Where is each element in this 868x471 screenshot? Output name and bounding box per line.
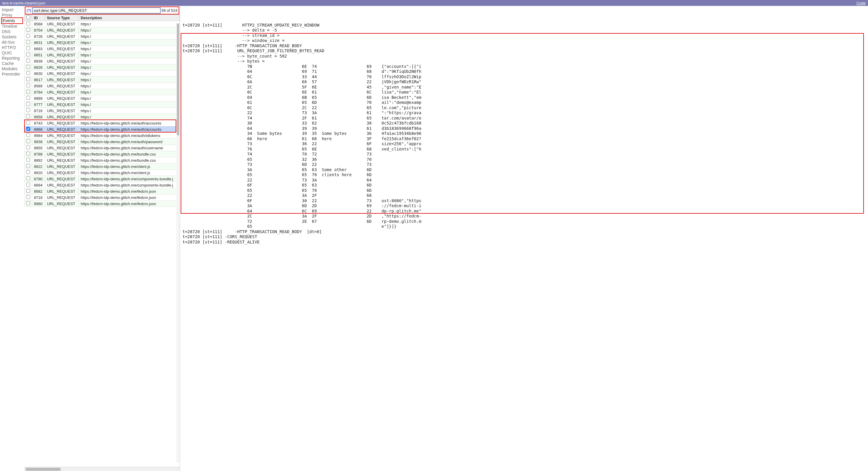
- row-checkbox[interactable]: [26, 121, 30, 125]
- row-checkbox[interactable]: [26, 152, 30, 156]
- table-row[interactable]: 8851URL_REQUESThttps:/: [25, 52, 180, 58]
- table-row[interactable]: 8743URL_REQUESThttps://fedcm-idp-demo.gl…: [25, 120, 180, 126]
- row-checkbox[interactable]: [26, 96, 30, 100]
- table-row[interactable]: 8926URL_REQUESThttps:/: [25, 64, 180, 70]
- table-row[interactable]: 8631URL_REQUESThttps:/: [25, 39, 180, 46]
- select-all-checkbox[interactable]: [26, 15, 30, 19]
- events-table-wrap[interactable]: IDSource TypeDescription 8568URL_REQUEST…: [24, 14, 180, 467]
- row-checkbox[interactable]: [26, 177, 30, 180]
- row-checkbox[interactable]: [26, 201, 30, 205]
- sidebar-item-events[interactable]: Events: [1, 18, 23, 24]
- table-row[interactable]: 8589URL_REQUESThttps:/: [25, 83, 180, 89]
- sidebar-item-import[interactable]: Import: [2, 7, 23, 12]
- event-detail-panel[interactable]: t=28720 [st=111] HTTP2_STREAM_UPDATE_REC…: [180, 6, 868, 471]
- row-checkbox[interactable]: [26, 40, 30, 44]
- filename-label: test-4-cache-cleared.json: [2, 1, 45, 5]
- row-checkbox[interactable]: [26, 108, 30, 112]
- table-row[interactable]: 8790URL_REQUESThttps://fedcm-idp-demo.gl…: [25, 176, 180, 182]
- table-row[interactable]: 8788URL_REQUESThttps://fedcm-idp-demo.gl…: [25, 151, 180, 157]
- table-row[interactable]: 8893URL_REQUESThttps:/: [25, 46, 180, 52]
- sidebar-item-dns[interactable]: DNS: [2, 29, 23, 34]
- events-table: IDSource TypeDescription 8568URL_REQUEST…: [24, 14, 180, 207]
- filter-count: 56 of 524: [161, 8, 178, 13]
- table-row[interactable]: 8716URL_REQUESThttps:/: [25, 108, 180, 114]
- table-row[interactable]: 8894URL_REQUESThttps://fedcm-idp-demo.gl…: [25, 182, 180, 188]
- filter-bar: (?) 56 of 524: [25, 6, 179, 14]
- table-row[interactable]: 8754URL_REQUESThttps:/: [25, 27, 180, 33]
- row-checkbox[interactable]: [26, 146, 30, 149]
- table-row[interactable]: 8984URL_REQUESThttps://fedcm-idp-demo.gl…: [25, 132, 180, 139]
- sidebar-nav: ImportProxyEventsTimelineDNSSocketsAlt-S…: [0, 6, 24, 471]
- main-layout: ImportProxyEventsTimelineDNSSocketsAlt-S…: [0, 6, 868, 471]
- table-row[interactable]: 8617URL_REQUESThttps:/: [25, 77, 180, 83]
- scroll-thumb[interactable]: [177, 23, 179, 135]
- row-checkbox[interactable]: [26, 170, 30, 174]
- table-row[interactable]: 8764URL_REQUESThttps:/: [25, 89, 180, 95]
- row-checkbox[interactable]: [26, 195, 30, 199]
- events-panel: (?) 56 of 524 IDSource TypeDescription 8…: [24, 6, 180, 471]
- row-checkbox[interactable]: [26, 22, 30, 25]
- row-checkbox[interactable]: [26, 164, 30, 168]
- sidebar-item-timeline[interactable]: Timeline: [2, 24, 23, 29]
- title-bar: test-4-cache-cleared.json Code: [0, 0, 868, 6]
- table-row[interactable]: 8968URL_REQUESThttps://fedcm-idp-demo.gl…: [25, 126, 180, 132]
- col-header[interactable]: Description: [79, 15, 180, 21]
- table-row[interactable]: 8892URL_REQUESThttps://fedcm-idp-demo.gl…: [25, 157, 180, 163]
- sidebar-item-reporting[interactable]: Reporting: [2, 56, 23, 61]
- row-checkbox[interactable]: [26, 189, 30, 193]
- col-header[interactable]: Source Type: [45, 15, 79, 21]
- row-checkbox[interactable]: [26, 84, 30, 87]
- log-text: t=28720 [st=111] HTTP2_STREAM_UPDATE_REC…: [182, 23, 866, 245]
- row-checkbox[interactable]: [26, 90, 30, 94]
- table-row[interactable]: 8855URL_REQUESThttps://fedcm-idp-demo.gl…: [25, 145, 180, 151]
- sidebar-item-http/2[interactable]: HTTP/2: [2, 45, 23, 50]
- sidebar-item-proxy[interactable]: Proxy: [2, 12, 23, 18]
- row-checkbox[interactable]: [26, 28, 30, 32]
- vertical-scrollbar[interactable]: [176, 23, 180, 463]
- row-checkbox[interactable]: [26, 77, 30, 81]
- sidebar-item-cache[interactable]: Cache: [2, 61, 23, 66]
- col-header[interactable]: [25, 15, 32, 21]
- table-row[interactable]: 8726URL_REQUESThttps:/: [25, 33, 180, 39]
- table-row[interactable]: 8568URL_REQUESThttps:/: [25, 21, 180, 27]
- table-row[interactable]: 8718URL_REQUESThttps://fedcm-idp-demo.gl…: [25, 194, 180, 201]
- table-row[interactable]: 8682URL_REQUESThttps://fedcm-idp-demo.gl…: [25, 188, 180, 194]
- row-checkbox[interactable]: [26, 158, 30, 162]
- sidebar-item-sockets[interactable]: Sockets: [2, 34, 23, 39]
- sidebar-item-modules[interactable]: Modules: [2, 66, 23, 71]
- table-row[interactable]: 8938URL_REQUESThttps://fedcm-idp-demo.gl…: [25, 139, 180, 145]
- filter-help-link[interactable]: (?): [27, 8, 31, 13]
- scroll-thumb[interactable]: [25, 468, 61, 471]
- table-row[interactable]: 8958URL_REQUESThttps:/: [25, 114, 180, 120]
- row-checkbox[interactable]: [26, 115, 30, 118]
- table-row[interactable]: 8822URL_REQUESThttps://fedcm-idp-demo.gl…: [25, 163, 180, 170]
- table-row[interactable]: 8939URL_REQUESThttps:/: [25, 58, 180, 64]
- row-checkbox[interactable]: [26, 102, 30, 106]
- row-checkbox[interactable]: [26, 46, 30, 50]
- table-row[interactable]: 8777URL_REQUESThttps:/: [25, 101, 180, 108]
- col-header[interactable]: ID: [32, 15, 45, 21]
- row-checkbox[interactable]: [26, 59, 30, 63]
- row-checkbox[interactable]: [26, 53, 30, 56]
- table-row[interactable]: 8830URL_REQUESThttps:/: [25, 70, 180, 77]
- row-checkbox[interactable]: [26, 127, 30, 131]
- filter-input[interactable]: [32, 8, 160, 13]
- sidebar-item-alt-svc[interactable]: Alt-Svc: [2, 39, 23, 45]
- code-link[interactable]: Code: [857, 1, 866, 5]
- row-checkbox[interactable]: [26, 133, 30, 137]
- row-checkbox[interactable]: [26, 34, 30, 38]
- horizontal-scrollbar[interactable]: [24, 467, 180, 471]
- row-checkbox[interactable]: [26, 65, 30, 69]
- row-checkbox[interactable]: [26, 183, 30, 187]
- sidebar-item-quic[interactable]: QUIC: [2, 50, 23, 56]
- table-row[interactable]: 8920URL_REQUESThttps://fedcm-idp-demo.gl…: [25, 170, 180, 176]
- table-row[interactable]: 8960URL_REQUESThttps://fedcm-idp-demo.gl…: [25, 201, 180, 207]
- sidebar-item-prerender[interactable]: Prerender: [2, 71, 23, 77]
- row-checkbox[interactable]: [26, 71, 30, 75]
- table-row[interactable]: 8869URL_REQUESThttps:/: [25, 95, 180, 101]
- row-checkbox[interactable]: [26, 139, 30, 143]
